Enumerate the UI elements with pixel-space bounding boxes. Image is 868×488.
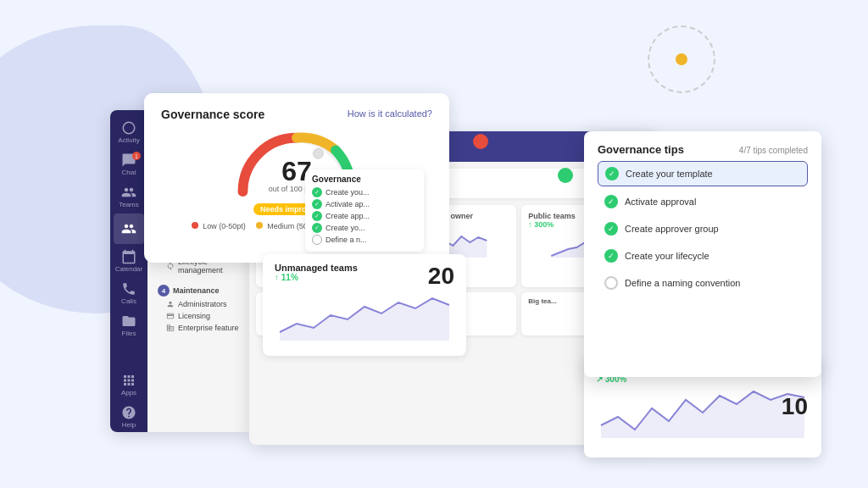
nav-section-header-maintenance: 4 Maintenance: [154, 283, 243, 298]
owner-sparkline: [596, 387, 810, 438]
deco-dot-red: [473, 134, 488, 149]
deco-dot-green: [558, 168, 573, 183]
sidebar-icon-help[interactable]: Help: [114, 402, 144, 432]
tip-item-4[interactable]: Define a naming convention: [598, 271, 808, 295]
sidebar-icon-calendar[interactable]: Calendar: [114, 246, 144, 276]
governance-card-title: Governance score: [161, 108, 264, 121]
tip-check-4: [604, 276, 618, 290]
governance-tips-panel: Governance tips 4/7 tips completed ✓ Cre…: [584, 131, 821, 377]
dashed-circle-decoration: [648, 25, 715, 93]
gov-mini-item-0: ✓ Create you...: [312, 187, 417, 197]
gov-mini-check-1: ✓: [312, 199, 322, 209]
unmanaged-card-title: Unmanaged teams: [275, 263, 358, 273]
sidebar-icon-chat[interactable]: Chat 1: [114, 149, 144, 180]
tip-check-1: ✓: [604, 195, 618, 208]
governance-card-link[interactable]: How is it calculated?: [348, 108, 432, 119]
gov-mini-check-3: ✓: [312, 223, 322, 233]
nav-item-administrators[interactable]: Administrators: [154, 298, 243, 310]
tip-check-3: ✓: [604, 249, 618, 263]
legend-dot-low: [192, 222, 198, 229]
sidebar-icon-files[interactable]: Files: [114, 310, 144, 341]
sidebar-icon-teams-active[interactable]: [114, 214, 144, 244]
tips-panel-subtitle: 4/7 tips completed: [739, 146, 808, 155]
section-number-4: 4: [158, 285, 170, 297]
gov-mini-check-2: ✓: [312, 211, 322, 221]
gov-mini-card: Governance ✓ Create you... ✓ Activate ap…: [305, 169, 424, 252]
chat-badge: 1: [132, 152, 141, 160]
legend-low: Low (0-50pt): [192, 222, 246, 230]
tip-item-1[interactable]: ✓ Activate approval: [598, 190, 808, 214]
unmanaged-sparkline: [275, 290, 454, 341]
nav-item-licensing[interactable]: Licensing: [154, 310, 243, 322]
unmanaged-teams-card: Unmanaged teams ↑ 11% 20: [263, 254, 466, 356]
nav-section-maintenance: 4 Maintenance Administrators Licensing E…: [147, 280, 250, 337]
gov-mini-item-3: ✓ Create yo...: [312, 223, 417, 233]
owner-card-value: 10: [782, 393, 808, 420]
sidebar-icon-activity[interactable]: Activity: [114, 117, 144, 147]
sidebar-rail: Activity Chat 1 Teams Calendar Calls: [110, 110, 147, 432]
sidebar-icon-teams[interactable]: Teams: [114, 181, 144, 212]
tip-item-2[interactable]: ✓ Create approver group: [598, 217, 808, 241]
svg-marker-6: [280, 298, 449, 341]
gov-mini-item-2: ✓ Create app...: [312, 211, 417, 221]
gov-mini-item-1: ✓ Activate ap...: [312, 199, 417, 209]
gov-mini-item-4: Define a n...: [312, 235, 417, 245]
legend-dot-medium: [256, 222, 263, 229]
gov-mini-circle-4: [312, 235, 322, 245]
gov-mini-title: Governance: [312, 175, 417, 184]
tips-panel-title: Governance tips: [598, 143, 684, 156]
circle-dot: [676, 53, 687, 65]
tip-item-0[interactable]: ✓ Create your template: [598, 161, 808, 186]
tip-item-3[interactable]: ✓ Create your lifecycle: [598, 244, 808, 268]
tip-check-0: ✓: [605, 167, 619, 180]
unmanaged-card-value: 20: [428, 263, 454, 290]
tip-check-2: ✓: [604, 222, 618, 236]
nav-item-enterprise[interactable]: Enterprise feature: [154, 322, 243, 334]
sidebar-icon-calls[interactable]: Calls: [114, 278, 144, 308]
unmanaged-card-change: ↑ 11%: [275, 273, 358, 282]
gov-mini-check-0: ✓: [312, 187, 322, 197]
sidebar-icon-apps[interactable]: Apps: [114, 369, 144, 400]
